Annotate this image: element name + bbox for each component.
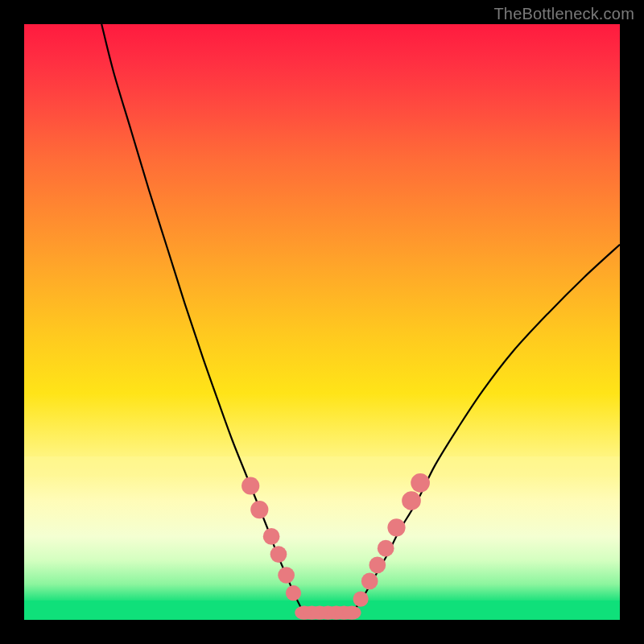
data-marker (263, 528, 280, 545)
data-marker (342, 605, 361, 619)
curve-left (101, 24, 352, 614)
data-marker (369, 557, 386, 574)
data-marker (378, 540, 394, 557)
data-marker (270, 546, 287, 563)
data-marker (402, 491, 421, 510)
data-marker (387, 518, 405, 536)
data-marker (286, 585, 301, 601)
chart-svg (24, 24, 620, 620)
data-marker (278, 567, 295, 584)
curve-right (352, 245, 620, 614)
data-marker (353, 591, 368, 606)
chart-frame: TheBottleneck.com (0, 0, 644, 644)
plot-area (24, 24, 620, 620)
data-marker (361, 573, 378, 590)
watermark-text: TheBottleneck.com (493, 5, 634, 23)
data-marker (250, 501, 268, 518)
markers-group (242, 473, 430, 620)
data-marker (411, 473, 430, 493)
data-marker (242, 477, 259, 494)
